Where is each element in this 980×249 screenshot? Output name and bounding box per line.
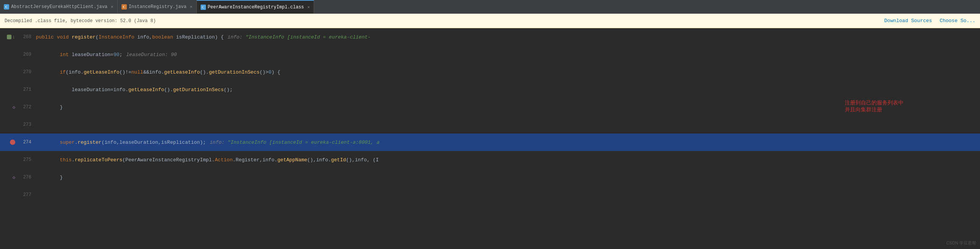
close-icon-3[interactable]: ✕	[308, 5, 310, 10]
chinese-comment-272: 注册到自己的服务列表中 并且向集群注册	[845, 99, 904, 113]
line-num-272: 272	[18, 104, 31, 110]
tab-icon-1: C	[4, 4, 9, 10]
tab-label-1: AbstractJerseyEurekaHttpClient.java	[11, 4, 107, 10]
line-num-274: 274	[18, 140, 31, 145]
fn-register-274: register	[78, 140, 101, 145]
line-num-273: 273	[18, 122, 31, 127]
line-num-275: 275	[18, 157, 31, 162]
gutter-icons-274	[10, 140, 15, 145]
chinese-line2: 并且向集群注册	[845, 106, 904, 113]
comment-274: info: "InstanceInfo [instanceId = eureka…	[210, 140, 380, 145]
line-content-268: public void register ( InstanceInfo info…	[34, 28, 980, 46]
line-content-275: this . replicateToPeers ( PeerAwareInsta…	[34, 151, 980, 169]
close-icon-2[interactable]: ✕	[190, 4, 193, 9]
code-line-274: 274 super . register ( info , leaseDurat…	[0, 133, 980, 151]
fn-register-268: register	[72, 34, 96, 40]
download-sources-link[interactable]: Download Sources	[884, 18, 932, 24]
gutter-273: 273	[0, 116, 34, 133]
kw-if-270: if	[60, 69, 66, 75]
param-info-268: info	[137, 34, 149, 40]
paren-268: (	[96, 34, 99, 40]
gutter-272: ◇ 272	[0, 98, 34, 116]
fn-getleaseinfo-270: getLeaseInfo	[84, 69, 120, 75]
line-num-269: 269	[18, 52, 31, 57]
kw-boolean-268: boolean	[152, 34, 173, 40]
breakpoint-icon-274	[10, 140, 15, 145]
line-content-273	[34, 116, 980, 133]
fn-replicatetopeers-275: replicateToPeers	[75, 157, 122, 163]
arrow-down-icon-268: ↓	[12, 34, 15, 40]
tab-instance-registry[interactable]: C InstanceRegistry.java ✕	[118, 0, 197, 13]
line-num-277: 277	[18, 192, 31, 198]
decompiled-info-text: Decompiled .class file, bytecode version…	[5, 18, 156, 24]
gutter-275: 275	[0, 151, 34, 169]
gutter-274: 274	[0, 133, 34, 151]
code-area: ↓ 268 public void register ( InstanceInf…	[0, 28, 980, 249]
line-num-268: 268	[18, 34, 31, 40]
line-content-276: }	[34, 169, 980, 186]
comment-269: leaseDuration: 90	[126, 52, 177, 58]
code-line-268: ↓ 268 public void register ( InstanceInf…	[0, 28, 980, 46]
tab-abstract-jersey[interactable]: C AbstractJerseyEurekaHttpClient.java ✕	[0, 0, 118, 13]
param-leaseduration-269: leaseDuration	[72, 52, 110, 58]
kw-int-269: int	[60, 52, 68, 58]
code-line-271: 271 leaseDuration = info . getLeaseInfo …	[0, 81, 980, 98]
gutter-270: 270	[0, 63, 34, 81]
gutter-icons-268: ↓	[7, 34, 15, 40]
tab-label-3: PeerAwareInstanceRegistryImpl.class	[208, 5, 304, 10]
line-num-270: 270	[18, 69, 31, 75]
line-content-269: int leaseDuration = 90 ; leaseDuration: …	[34, 46, 980, 63]
chinese-line1: 注册到自己的服务列表中	[845, 99, 904, 106]
line-content-274: super . register ( info , leaseDuration …	[34, 133, 980, 151]
gutter-276: ◇ 276	[0, 169, 34, 186]
gutter-icons-272: ◇	[13, 104, 15, 110]
code-line-269: 269 int leaseDuration = 90 ; leaseDurati…	[0, 46, 980, 63]
close-icon-1[interactable]: ✕	[111, 4, 113, 9]
tab-peer-aware[interactable]: C PeerAwareInstanceRegistryImpl.class ✕	[197, 0, 314, 13]
num-90-269: 90	[113, 52, 120, 58]
tab-icon-2: C	[121, 4, 127, 10]
line-num-271: 271	[18, 87, 31, 92]
line-content-271: leaseDuration = info . getLeaseInfo () .…	[34, 81, 980, 98]
tab-bar: C AbstractJerseyEurekaHttpClient.java ✕ …	[0, 0, 980, 14]
gutter-268: ↓ 268	[0, 28, 34, 46]
tab-icon-3: C	[201, 5, 206, 10]
kw-super-274: super	[60, 140, 75, 145]
line-num-276: 276	[18, 175, 31, 180]
gutter-icons-276: ◇	[13, 175, 15, 180]
code-line-272: ◇ 272 } 注册到自己的服务列表中 并且向集群注册	[0, 98, 980, 116]
info-bar-actions: Download Sources Choose So...	[884, 18, 975, 24]
watermark: CSDN 学豆君帮	[946, 240, 976, 246]
code-line-273: 273	[0, 116, 980, 133]
green-square-icon-268	[7, 35, 11, 39]
param-isrep-268: isReplication	[176, 34, 215, 40]
gutter-277: 277	[0, 186, 34, 204]
type-instanceinfo-268: InstanceInfo	[99, 34, 134, 40]
line-content-272: }	[34, 98, 980, 116]
bookmark-icon-276: ◇	[13, 175, 15, 180]
bookmark-icon-272: ◇	[13, 104, 15, 110]
line-content-277	[34, 186, 980, 204]
choose-sources-link[interactable]: Choose So...	[940, 18, 975, 24]
kw-void-268: void	[57, 34, 69, 40]
tab-label-2: InstanceRegistry.java	[129, 4, 186, 10]
comment-268: info: "InstanceInfo [instanceId = eureka…	[228, 34, 371, 40]
code-line-275: 275 this . replicateToPeers ( PeerAwareI…	[0, 151, 980, 169]
gutter-271: 271	[0, 81, 34, 98]
code-line-277: 277	[0, 186, 980, 204]
gutter-269: 269	[0, 46, 34, 63]
kw-this-275: this	[60, 157, 71, 163]
info-bar: Decompiled .class file, bytecode version…	[0, 14, 980, 28]
code-line-276: ◇ 276 }	[0, 169, 980, 186]
kw-public-268: public	[36, 34, 54, 40]
code-line-270: 270 if ( info . getLeaseInfo () != null …	[0, 63, 980, 81]
line-content-270: if ( info . getLeaseInfo () != null && i…	[34, 63, 980, 81]
